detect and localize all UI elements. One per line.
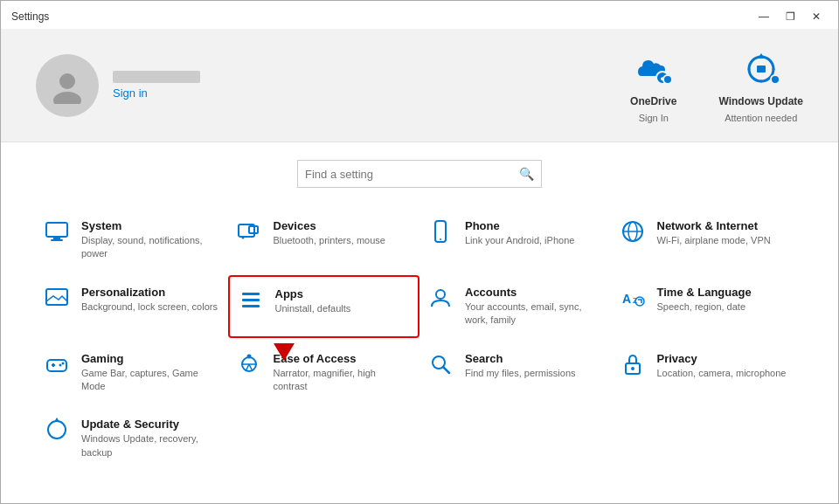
windows-update-button[interactable]: Windows Update Attention needed [718, 48, 803, 123]
phone-icon [426, 219, 454, 244]
setting-desc-9: Narrator, magnifier, high contrast [274, 367, 413, 394]
window-title: Settings [11, 10, 49, 23]
svg-point-28 [59, 363, 62, 366]
setting-item-apps[interactable]: AppsUninstall, defaults [228, 275, 420, 338]
setting-item-time---language[interactable]: AzTime & LanguageSpeech, region, date [612, 275, 804, 338]
update---security-icon [43, 418, 71, 442]
svg-rect-5 [757, 66, 766, 72]
onedrive-icon: ● [633, 48, 675, 90]
close-button[interactable]: ✕ [805, 8, 828, 25]
setting-desc-6: Your accounts, email, sync, work, family [465, 300, 605, 328]
svg-text:A: A [622, 292, 631, 306]
svg-rect-18 [242, 293, 260, 295]
setting-name-1: Devices [274, 219, 413, 232]
setting-item-ease-of-access[interactable]: Ease of AccessNarrator, magnifier, high … [228, 342, 420, 404]
setting-name-7: Time & Language [657, 286, 797, 299]
onedrive-button[interactable]: ● OneDrive Sign In [630, 48, 676, 123]
avatar [36, 54, 99, 117]
header-icons: ● OneDrive Sign In [630, 48, 803, 123]
windows-update-sublabel: Attention needed [725, 113, 797, 123]
setting-desc-8: Game Bar, captures, Game Mode [81, 367, 221, 394]
svg-marker-39 [54, 418, 59, 422]
svg-rect-19 [242, 299, 260, 301]
window-controls: — ❐ ✕ [752, 8, 828, 25]
search-bar-container: 🔍 [297, 160, 542, 188]
setting-item-devices[interactable]: DevicesBluetooth, printers, mouse [228, 209, 420, 272]
setting-item-update---security[interactable]: Update & SecurityWindows Update, recover… [36, 407, 228, 470]
setting-item-personalization[interactable]: PersonalizationBackground, lock screen, … [36, 275, 228, 338]
setting-name-2: Phone [465, 219, 605, 232]
setting-desc-11: Location, camera, microphone [657, 367, 797, 380]
personalization-icon [43, 286, 71, 310]
settings-grid: SystemDisplay, sound, notifications, pow… [36, 209, 803, 470]
svg-point-1 [53, 92, 81, 104]
maximize-button[interactable]: ❐ [779, 8, 801, 25]
setting-item-search[interactable]: SearchFind my files, permissions [420, 342, 612, 404]
setting-item-privacy[interactable]: PrivacyLocation, camera, microphone [612, 342, 804, 404]
minimize-button[interactable]: — [752, 8, 775, 25]
onedrive-label: OneDrive [630, 95, 676, 107]
windows-update-label: Windows Update [718, 95, 803, 107]
setting-name-0: System [81, 219, 221, 232]
setting-item-system[interactable]: SystemDisplay, sound, notifications, pow… [36, 209, 228, 272]
time---language-icon: Az [619, 286, 647, 310]
svg-rect-6 [46, 223, 67, 237]
setting-desc-12: Windows Update, recovery, backup [81, 432, 221, 459]
user-name-blurred [113, 71, 200, 83]
accounts-icon [426, 286, 454, 310]
setting-name-4: Personalization [81, 286, 221, 299]
windows-update-status-dot [770, 74, 780, 85]
setting-name-11: Privacy [657, 352, 797, 365]
setting-item-network---internet[interactable]: Network & InternetWi-Fi, airplane mode, … [612, 209, 804, 272]
setting-name-5: Apps [275, 287, 412, 300]
header-section: Sign in ● OneDrive Sign In [1, 29, 838, 142]
setting-name-8: Gaming [81, 352, 221, 365]
search-icon: 🔍 [519, 167, 534, 181]
ease-of-access-icon [235, 352, 263, 376]
svg-point-21 [436, 290, 445, 299]
setting-desc-5: Uninstall, defaults [275, 302, 412, 315]
apps-icon [237, 287, 265, 312]
setting-desc-3: Wi-Fi, airplane mode, VPN [657, 234, 797, 247]
search-icon [426, 352, 454, 376]
search-input[interactable] [305, 168, 519, 181]
privacy-icon [619, 352, 647, 376]
onedrive-status-dot [662, 74, 673, 85]
setting-desc-1: Bluetooth, printers, mouse [274, 234, 413, 247]
setting-item-phone[interactable]: PhoneLink your Android, iPhone [420, 209, 612, 272]
main-content: 🔍 SystemDisplay, sound, notifications, p… [1, 142, 838, 487]
search-bar-wrapper: 🔍 [36, 160, 803, 188]
setting-desc-0: Display, sound, notifications, power [81, 234, 221, 261]
user-info: Sign in [113, 71, 200, 100]
onedrive-sublabel: Sign In [639, 113, 669, 123]
setting-name-3: Network & Internet [657, 219, 797, 232]
setting-desc-4: Background, lock screen, colors [81, 300, 221, 314]
svg-rect-17 [46, 289, 67, 305]
svg-rect-7 [53, 237, 60, 239]
setting-name-12: Update & Security [81, 418, 221, 431]
svg-point-0 [59, 73, 75, 89]
setting-desc-2: Link your Android, iPhone [465, 234, 605, 247]
gaming-icon [43, 352, 71, 376]
setting-desc-7: Speech, region, date [657, 300, 797, 314]
setting-item-accounts[interactable]: AccountsYour accounts, email, sync, work… [420, 275, 612, 338]
svg-line-36 [443, 367, 449, 373]
setting-name-10: Search [465, 352, 605, 365]
svg-rect-8 [51, 239, 63, 241]
sign-in-link[interactable]: Sign in [113, 86, 200, 100]
setting-item-gaming[interactable]: GamingGame Bar, captures, Game Mode [36, 342, 228, 404]
apps-arrow-annotation [274, 343, 295, 361]
title-bar: Settings — ❐ ✕ [1, 1, 838, 29]
setting-name-6: Accounts [465, 286, 605, 299]
svg-rect-25 [47, 360, 66, 371]
system-icon [43, 219, 71, 244]
user-area: Sign in [36, 54, 630, 117]
svg-point-38 [631, 367, 634, 370]
network---internet-icon [619, 219, 647, 244]
windows-update-icon [740, 48, 782, 90]
devices-icon [235, 219, 263, 244]
svg-rect-20 [242, 305, 260, 307]
svg-point-13 [440, 238, 441, 240]
svg-point-29 [62, 362, 65, 364]
setting-desc-10: Find my files, permissions [465, 367, 605, 380]
